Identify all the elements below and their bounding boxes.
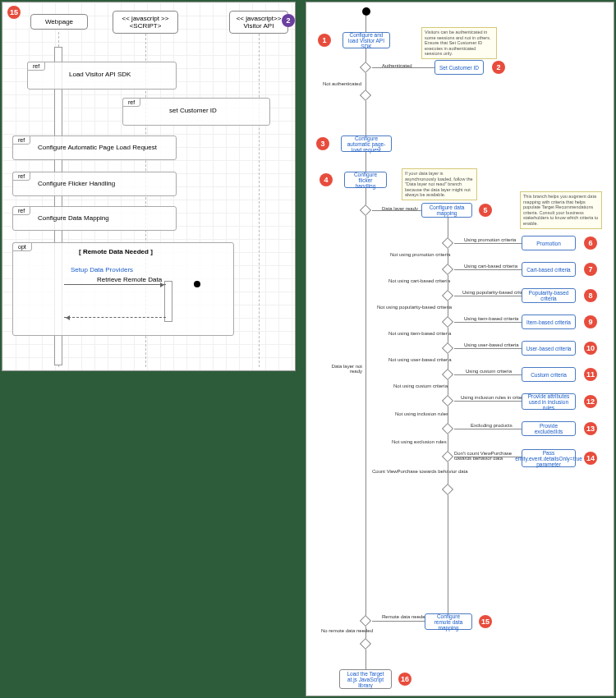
frame-kind: ref [122,98,140,107]
label-no-item: Not using item-based criteria [388,331,451,336]
marker-7: 7 [584,263,597,276]
lifeline-label: Visitor API [235,22,283,30]
edge [454,296,522,296]
label-no-excl: Not using exclusion rules [392,439,447,444]
node-4[interactable]: Configure flicker handling [344,172,387,188]
edge [454,348,522,349]
merge-1 [360,90,371,101]
frame-label: Configure Data Mapping [38,214,109,222]
marker-3: 3 [316,137,329,150]
decision-user [442,342,453,354]
node-9[interactable]: Item-based criteria [522,315,576,329]
ref-data-mapping: ref Configure Data Mapping [12,206,177,231]
edge [365,101,366,135]
merge-remote [360,638,371,650]
edge [372,67,434,68]
frame-kind: ref [12,135,30,145]
node-5[interactable]: Configure data mapping [421,203,472,218]
marker-6: 6 [584,236,597,250]
node-11[interactable]: Custom criteria [522,367,576,382]
callout-15: 15 [7,6,21,19]
decision-item [442,316,453,328]
marker-2: 2 [492,61,505,74]
label-excl: Excluding products [471,423,513,428]
edge-long [365,216,366,622]
msg-retrieve-remote [64,284,166,285]
node-8[interactable]: Popularity-based criteria [522,288,576,303]
label-no-incl: Not using inclusion rules [395,411,448,416]
lifeline-label: <SCRIPT> [118,22,172,30]
callout-2-purple: 2 [282,14,295,27]
edge [365,16,366,32]
label-use-custom: Using custom criteria [466,369,512,374]
ref-set-customer-id: ref set Customer ID [122,98,270,126]
decision-remote [360,615,371,627]
edge [454,401,522,402]
edge [454,269,522,270]
note-auth: Visitors can be authenticated in some se… [421,27,497,59]
node-15[interactable]: Configure remote data mapping [425,613,472,630]
frame-label: Configure Flicker Handling [38,180,115,187]
node-3[interactable]: Configure automatic page-load request [341,135,392,152]
edge [365,152,366,172]
node-6[interactable]: Promotion [522,236,576,250]
label-dl-not-ready: Data layer not ready [329,364,362,374]
node-10[interactable]: User-based criteria [522,341,576,356]
label-no-custom: Not using custom criteria [393,383,448,388]
frame-label: Load Visitor API SDK [69,71,131,78]
node-16[interactable]: Load the Target at.js JavaScript library [339,669,392,689]
edge [454,457,522,457]
node-13[interactable]: Provide excludedIds [522,421,576,436]
label-use-pop: Using popularity-based criteria [462,290,529,295]
edge [454,243,522,244]
decision-excl [442,423,453,434]
label-no-pop: Not using popularity-based criteria [377,305,452,310]
frame-kind: ref [12,172,30,181]
edge [448,495,448,618]
edge [372,621,425,622]
node-7[interactable]: Cart-based criteria [522,262,576,277]
guard-condition: [ Remote Data Needed ] [79,248,153,255]
msg-return [64,317,166,318]
lifeline-webpage: Webpage [30,14,88,30]
marker-9: 9 [584,315,597,328]
frame-kind: ref [27,62,45,71]
decision-auth [360,62,371,73]
decision-count [442,451,453,462]
label-no-count: Don't count ViewPurchase towards behavio… [454,451,518,461]
edge [454,429,522,429]
node-12[interactable]: Provide attributes used in inclusion rul… [522,393,576,410]
frame-kind: opt [12,242,32,251]
label-not-authenticated: Not authenticated [323,81,361,86]
marker-11: 11 [584,368,597,381]
marker-4: 4 [319,173,333,186]
merge-criteria [442,484,453,495]
ref-auto-page-load: ref Configure Automatic Page Load Reques… [12,135,177,160]
label-use-item: Using item-based criteria [464,316,518,321]
lifeline-line-visitor-api [259,34,260,367]
stereotype: << javascript>> [235,15,283,22]
note-criteria: This branch helps you augment data mappi… [520,191,602,229]
marker-13: 13 [584,422,597,435]
decision-incl [442,395,453,406]
setup-data-providers-link[interactable]: Setup Data Providers [71,266,133,273]
label-use-cart: Using cart-based criteria [464,264,517,269]
node-14[interactable]: Pass entity.event.detailsOnly=true param… [522,449,576,467]
decision-promo [442,237,453,249]
label-use-user: Using user-based criteria [464,342,519,347]
activity-diagram-panel: Configure and load Visitor API SDK 1 Vis… [306,2,614,696]
label-no-cart: Not using cart-based criteria [388,278,450,283]
node-1[interactable]: Configure and load Visitor API SDK [342,32,390,48]
decision-datalayer [360,204,371,216]
marker-14: 14 [584,452,597,465]
node-2[interactable]: Set Customer ID [434,60,484,75]
frame-label: Configure Automatic Page Load Request [38,144,157,151]
label-no-user: Not using user-based criteria [388,357,452,362]
termination-dot [194,281,200,287]
marker-1: 1 [318,34,331,47]
stereotype: << javascript >> [118,15,172,22]
lifeline-visitor-api: << javascript>> Visitor API [229,11,288,34]
decision-custom [442,369,453,380]
label-remote: Remote data needed [382,614,428,619]
decision-cart [442,264,453,275]
